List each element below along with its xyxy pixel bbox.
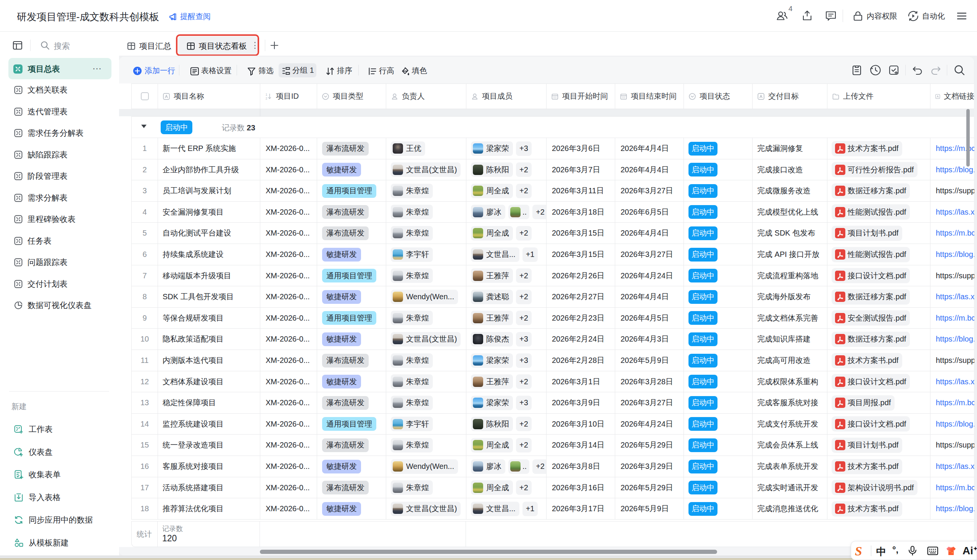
svg-text:2: 2	[266, 96, 268, 100]
